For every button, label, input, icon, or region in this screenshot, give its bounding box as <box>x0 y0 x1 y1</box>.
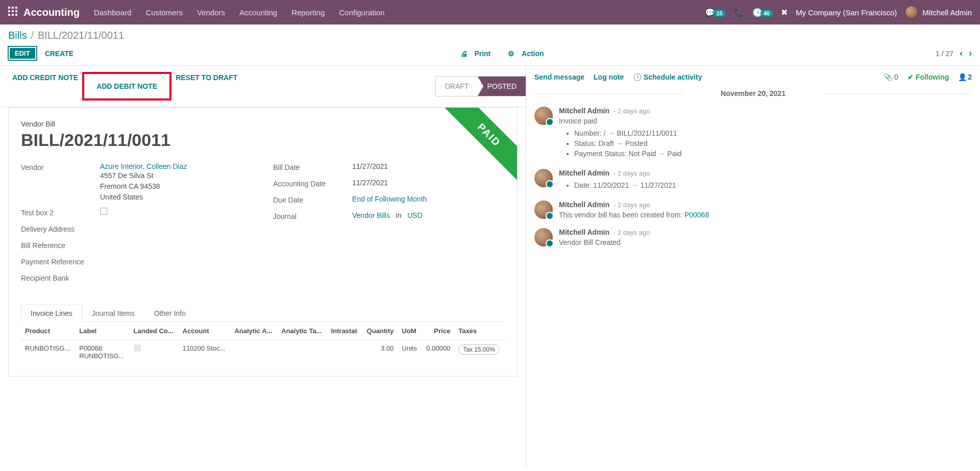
followers-count[interactable]: 👤2 <box>958 73 972 81</box>
col-atags[interactable]: Analytic Ta... <box>277 322 327 340</box>
tools-icon[interactable]: ✖ <box>781 8 788 17</box>
delivery-label: Delivery Address <box>21 224 100 233</box>
edit-button[interactable]: EDIT <box>8 46 37 60</box>
message-time: - 2 days ago <box>614 229 650 236</box>
testbox-label: Test box 2 <box>21 208 100 217</box>
action-button[interactable]: ⚙ Action <box>508 49 549 58</box>
duedate-link[interactable]: End of Following Month <box>352 195 427 203</box>
message-text: Invoice paid <box>559 117 972 125</box>
message-author[interactable]: Mitchell Admin <box>559 107 609 115</box>
top-menu: Dashboard Customers Vendors Accounting R… <box>94 8 384 17</box>
status-bar: ADD CREDIT NOTE ADD DEBIT NOTE RESET TO … <box>0 66 526 107</box>
print-button[interactable]: 🖨 Print <box>460 49 496 58</box>
message-author[interactable]: Mitchell Admin <box>559 201 609 209</box>
menu-vendors[interactable]: Vendors <box>197 8 225 17</box>
chatter-date-separator: November 20, 2021 <box>534 89 972 97</box>
menu-reporting[interactable]: Reporting <box>291 8 325 17</box>
vendor-label: Vendor <box>21 162 100 171</box>
add-credit-note-button[interactable]: ADD CREDIT NOTE <box>8 72 80 101</box>
svg-rect-5 <box>15 10 17 12</box>
user-avatar <box>905 6 918 19</box>
currency-link[interactable]: USD <box>407 211 423 219</box>
log-note-button[interactable]: Log note <box>594 73 624 81</box>
tab-invoice-lines[interactable]: Invoice Lines <box>21 305 82 322</box>
message-author[interactable]: Mitchell Admin <box>559 169 609 177</box>
breadcrumb-parent[interactable]: Bills <box>8 30 27 41</box>
message-time: - 2 days ago <box>614 201 650 209</box>
cell-product: RUNBOTISG... <box>21 340 75 364</box>
breadcrumb: Bills / BILL/2021/11/0011 <box>0 24 980 43</box>
col-qty[interactable]: Quantity <box>362 322 398 340</box>
acctdate-value: 11/27/2021 <box>352 179 505 187</box>
journal-link[interactable]: Vendor Bills <box>352 211 390 219</box>
col-uom[interactable]: UoM <box>398 322 422 340</box>
send-message-button[interactable]: Send message <box>534 73 584 81</box>
duedate-label: Due Date <box>273 195 352 204</box>
message-avatar <box>534 201 553 219</box>
user-menu[interactable]: Mitchell Admin <box>905 6 972 19</box>
chatter-message: Mitchell Admin - 2 days ago This vendor … <box>534 201 972 219</box>
menu-accounting[interactable]: Accounting <box>239 8 277 17</box>
pager-next[interactable]: › <box>969 48 972 59</box>
svg-rect-1 <box>12 7 14 9</box>
chatter-message: Mitchell Admin - 2 days ago Vendor Bill … <box>534 228 972 246</box>
menu-dashboard[interactable]: Dashboard <box>94 8 131 17</box>
svg-rect-6 <box>8 14 10 16</box>
message-author[interactable]: Mitchell Admin <box>559 228 609 236</box>
col-intrastat[interactable]: Intrastat <box>327 322 362 340</box>
phone-icon[interactable]: 📞 <box>734 8 744 17</box>
company-selector[interactable]: My Company (San Francisco) <box>796 8 897 17</box>
pager-prev[interactable]: ‹ <box>960 48 963 59</box>
invoice-lines-table: Product Label Landed Co... Account Analy… <box>21 322 505 364</box>
schedule-activity-button[interactable]: 🕓 Schedule activity <box>633 73 702 81</box>
add-debit-note-button[interactable]: ADD DEBIT NOTE <box>90 81 163 92</box>
stage-draft[interactable]: DRAFT <box>436 77 478 96</box>
col-label[interactable]: Label <box>75 322 129 340</box>
col-aaccount[interactable]: Analytic A... <box>230 322 277 340</box>
app-brand[interactable]: Accounting <box>23 7 80 18</box>
ref-link[interactable]: P00068 <box>684 211 709 219</box>
messages-icon[interactable]: 💬15 <box>705 8 725 17</box>
vendor-address: 4557 De Silva St Fremont CA 94538 United… <box>100 170 253 203</box>
acctdate-label: Accounting Date <box>273 179 352 188</box>
message-changes: Date: 11/20/2021→11/27/2021 <box>574 181 972 189</box>
reset-to-draft-button[interactable]: RESET TO DRAFT <box>174 72 243 101</box>
col-landed[interactable]: Landed Co... <box>130 322 179 340</box>
billref-label: Bill Reference <box>21 240 100 250</box>
highlight-add-debit: ADD DEBIT NOTE <box>82 72 172 101</box>
message-time: - 2 days ago <box>614 169 650 177</box>
col-taxes[interactable]: Taxes <box>454 322 505 340</box>
vendor-link[interactable]: Azure Interior, Colleen Diaz <box>100 162 187 170</box>
billdate-value: 11/27/2021 <box>352 162 505 170</box>
testbox-checkbox[interactable] <box>100 208 107 215</box>
svg-rect-8 <box>15 14 17 16</box>
col-account[interactable]: Account <box>179 322 231 340</box>
attachments-count[interactable]: 📎 0 <box>884 73 898 81</box>
stage-posted[interactable]: POSTED <box>478 77 526 96</box>
apps-icon[interactable] <box>8 7 17 18</box>
form-tabs: Invoice Lines Journal Items Other Info <box>21 305 505 322</box>
payref-label: Payment Reference <box>21 257 100 266</box>
col-price[interactable]: Price <box>422 322 454 340</box>
menu-configuration[interactable]: Configuration <box>339 8 384 17</box>
chatter-message: Mitchell Admin - 2 days ago Date: 11/20/… <box>534 169 972 191</box>
tab-other-info[interactable]: Other Info <box>144 305 195 321</box>
breadcrumb-sep: / <box>31 30 34 41</box>
status-stages: DRAFT POSTED <box>435 76 526 96</box>
cell-uom: Units <box>398 340 422 364</box>
message-avatar <box>534 228 553 246</box>
cell-qty: 3.00 <box>362 340 398 364</box>
activities-icon[interactable]: 🕓40 <box>752 8 773 17</box>
chatter-panel: Send message Log note 🕓 Schedule activit… <box>526 66 980 468</box>
menu-customers[interactable]: Customers <box>145 8 183 17</box>
table-row[interactable]: RUNBOTISG... P00068: RUNBOTISG... 110200… <box>21 340 505 364</box>
following-button[interactable]: ✔ Following <box>908 73 949 81</box>
svg-rect-7 <box>12 14 14 16</box>
create-button[interactable]: CREATE <box>45 49 74 58</box>
svg-rect-2 <box>15 7 17 9</box>
journal-label: Journal <box>273 211 352 220</box>
pager-text: 1 / 27 <box>936 49 953 58</box>
tab-journal-items[interactable]: Journal Items <box>82 305 144 321</box>
svg-rect-4 <box>12 10 14 12</box>
col-product[interactable]: Product <box>21 322 75 340</box>
